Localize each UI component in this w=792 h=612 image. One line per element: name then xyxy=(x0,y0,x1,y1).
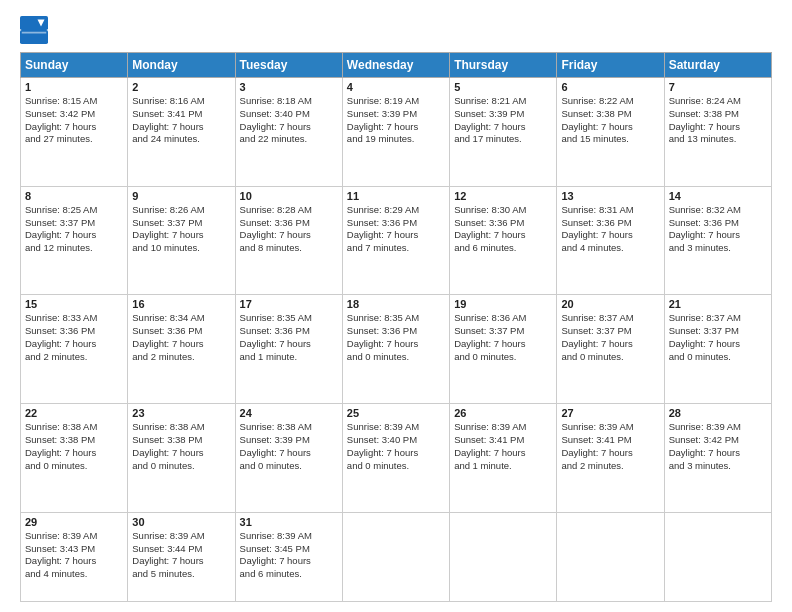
day-info: Sunrise: 8:38 AMSunset: 3:38 PMDaylight:… xyxy=(132,421,230,472)
day-number: 1 xyxy=(25,81,123,93)
header-saturday: Saturday xyxy=(664,53,771,78)
calendar-cell: 4Sunrise: 8:19 AMSunset: 3:39 PMDaylight… xyxy=(342,78,449,187)
day-info: Sunrise: 8:32 AMSunset: 3:36 PMDaylight:… xyxy=(669,204,767,255)
calendar-cell: 23Sunrise: 8:38 AMSunset: 3:38 PMDayligh… xyxy=(128,404,235,513)
day-number: 16 xyxy=(132,298,230,310)
day-info: Sunrise: 8:28 AMSunset: 3:36 PMDaylight:… xyxy=(240,204,338,255)
day-info: Sunrise: 8:39 AMSunset: 3:44 PMDaylight:… xyxy=(132,530,230,581)
day-info: Sunrise: 8:35 AMSunset: 3:36 PMDaylight:… xyxy=(347,312,445,363)
day-info: Sunrise: 8:18 AMSunset: 3:40 PMDaylight:… xyxy=(240,95,338,146)
day-number: 19 xyxy=(454,298,552,310)
calendar-cell: 13Sunrise: 8:31 AMSunset: 3:36 PMDayligh… xyxy=(557,186,664,295)
day-info: Sunrise: 8:38 AMSunset: 3:39 PMDaylight:… xyxy=(240,421,338,472)
day-number: 14 xyxy=(669,190,767,202)
day-info: Sunrise: 8:19 AMSunset: 3:39 PMDaylight:… xyxy=(347,95,445,146)
calendar-cell: 29Sunrise: 8:39 AMSunset: 3:43 PMDayligh… xyxy=(21,512,128,601)
day-info: Sunrise: 8:33 AMSunset: 3:36 PMDaylight:… xyxy=(25,312,123,363)
calendar-cell: 28Sunrise: 8:39 AMSunset: 3:42 PMDayligh… xyxy=(664,404,771,513)
day-info: Sunrise: 8:39 AMSunset: 3:45 PMDaylight:… xyxy=(240,530,338,581)
day-number: 8 xyxy=(25,190,123,202)
calendar-cell xyxy=(450,512,557,601)
day-info: Sunrise: 8:37 AMSunset: 3:37 PMDaylight:… xyxy=(669,312,767,363)
day-info: Sunrise: 8:36 AMSunset: 3:37 PMDaylight:… xyxy=(454,312,552,363)
day-number: 13 xyxy=(561,190,659,202)
day-number: 9 xyxy=(132,190,230,202)
day-info: Sunrise: 8:39 AMSunset: 3:41 PMDaylight:… xyxy=(454,421,552,472)
day-info: Sunrise: 8:37 AMSunset: 3:37 PMDaylight:… xyxy=(561,312,659,363)
header-wednesday: Wednesday xyxy=(342,53,449,78)
week-row-1: 1Sunrise: 8:15 AMSunset: 3:42 PMDaylight… xyxy=(21,78,772,187)
day-number: 15 xyxy=(25,298,123,310)
calendar-cell: 16Sunrise: 8:34 AMSunset: 3:36 PMDayligh… xyxy=(128,295,235,404)
day-info: Sunrise: 8:15 AMSunset: 3:42 PMDaylight:… xyxy=(25,95,123,146)
calendar-cell: 5Sunrise: 8:21 AMSunset: 3:39 PMDaylight… xyxy=(450,78,557,187)
day-number: 6 xyxy=(561,81,659,93)
header-tuesday: Tuesday xyxy=(235,53,342,78)
day-info: Sunrise: 8:39 AMSunset: 3:42 PMDaylight:… xyxy=(669,421,767,472)
calendar-cell: 25Sunrise: 8:39 AMSunset: 3:40 PMDayligh… xyxy=(342,404,449,513)
calendar-cell: 26Sunrise: 8:39 AMSunset: 3:41 PMDayligh… xyxy=(450,404,557,513)
day-number: 20 xyxy=(561,298,659,310)
header-thursday: Thursday xyxy=(450,53,557,78)
day-number: 29 xyxy=(25,516,123,528)
calendar-cell: 7Sunrise: 8:24 AMSunset: 3:38 PMDaylight… xyxy=(664,78,771,187)
calendar-cell: 8Sunrise: 8:25 AMSunset: 3:37 PMDaylight… xyxy=(21,186,128,295)
day-number: 27 xyxy=(561,407,659,419)
calendar-cell: 10Sunrise: 8:28 AMSunset: 3:36 PMDayligh… xyxy=(235,186,342,295)
day-number: 23 xyxy=(132,407,230,419)
day-info: Sunrise: 8:29 AMSunset: 3:36 PMDaylight:… xyxy=(347,204,445,255)
calendar-cell: 17Sunrise: 8:35 AMSunset: 3:36 PMDayligh… xyxy=(235,295,342,404)
header-sunday: Sunday xyxy=(21,53,128,78)
calendar-cell: 27Sunrise: 8:39 AMSunset: 3:41 PMDayligh… xyxy=(557,404,664,513)
svg-rect-0 xyxy=(20,16,48,30)
calendar-cell: 30Sunrise: 8:39 AMSunset: 3:44 PMDayligh… xyxy=(128,512,235,601)
day-number: 5 xyxy=(454,81,552,93)
day-number: 10 xyxy=(240,190,338,202)
calendar-table: SundayMondayTuesdayWednesdayThursdayFrid… xyxy=(20,52,772,602)
calendar-cell xyxy=(664,512,771,601)
top-section xyxy=(20,16,772,44)
day-info: Sunrise: 8:26 AMSunset: 3:37 PMDaylight:… xyxy=(132,204,230,255)
day-info: Sunrise: 8:22 AMSunset: 3:38 PMDaylight:… xyxy=(561,95,659,146)
calendar-cell: 21Sunrise: 8:37 AMSunset: 3:37 PMDayligh… xyxy=(664,295,771,404)
day-info: Sunrise: 8:16 AMSunset: 3:41 PMDaylight:… xyxy=(132,95,230,146)
calendar-cell: 2Sunrise: 8:16 AMSunset: 3:41 PMDaylight… xyxy=(128,78,235,187)
day-info: Sunrise: 8:39 AMSunset: 3:40 PMDaylight:… xyxy=(347,421,445,472)
calendar-cell: 18Sunrise: 8:35 AMSunset: 3:36 PMDayligh… xyxy=(342,295,449,404)
day-number: 7 xyxy=(669,81,767,93)
day-number: 26 xyxy=(454,407,552,419)
calendar-cell: 9Sunrise: 8:26 AMSunset: 3:37 PMDaylight… xyxy=(128,186,235,295)
calendar-cell xyxy=(557,512,664,601)
day-number: 2 xyxy=(132,81,230,93)
day-number: 25 xyxy=(347,407,445,419)
calendar-cell: 19Sunrise: 8:36 AMSunset: 3:37 PMDayligh… xyxy=(450,295,557,404)
day-info: Sunrise: 8:39 AMSunset: 3:43 PMDaylight:… xyxy=(25,530,123,581)
day-info: Sunrise: 8:31 AMSunset: 3:36 PMDaylight:… xyxy=(561,204,659,255)
calendar-cell: 22Sunrise: 8:38 AMSunset: 3:38 PMDayligh… xyxy=(21,404,128,513)
day-number: 3 xyxy=(240,81,338,93)
day-number: 31 xyxy=(240,516,338,528)
calendar-cell: 15Sunrise: 8:33 AMSunset: 3:36 PMDayligh… xyxy=(21,295,128,404)
day-number: 22 xyxy=(25,407,123,419)
calendar-cell: 14Sunrise: 8:32 AMSunset: 3:36 PMDayligh… xyxy=(664,186,771,295)
day-info: Sunrise: 8:24 AMSunset: 3:38 PMDaylight:… xyxy=(669,95,767,146)
week-row-5: 29Sunrise: 8:39 AMSunset: 3:43 PMDayligh… xyxy=(21,512,772,601)
day-info: Sunrise: 8:25 AMSunset: 3:37 PMDaylight:… xyxy=(25,204,123,255)
calendar-cell: 6Sunrise: 8:22 AMSunset: 3:38 PMDaylight… xyxy=(557,78,664,187)
day-number: 24 xyxy=(240,407,338,419)
day-info: Sunrise: 8:35 AMSunset: 3:36 PMDaylight:… xyxy=(240,312,338,363)
day-number: 4 xyxy=(347,81,445,93)
calendar-cell: 1Sunrise: 8:15 AMSunset: 3:42 PMDaylight… xyxy=(21,78,128,187)
day-info: Sunrise: 8:30 AMSunset: 3:36 PMDaylight:… xyxy=(454,204,552,255)
calendar-cell: 12Sunrise: 8:30 AMSunset: 3:36 PMDayligh… xyxy=(450,186,557,295)
day-number: 17 xyxy=(240,298,338,310)
calendar-cell xyxy=(342,512,449,601)
calendar-cell: 24Sunrise: 8:38 AMSunset: 3:39 PMDayligh… xyxy=(235,404,342,513)
day-number: 12 xyxy=(454,190,552,202)
week-row-2: 8Sunrise: 8:25 AMSunset: 3:37 PMDaylight… xyxy=(21,186,772,295)
calendar-body: 1Sunrise: 8:15 AMSunset: 3:42 PMDaylight… xyxy=(21,78,772,602)
day-number: 11 xyxy=(347,190,445,202)
day-number: 21 xyxy=(669,298,767,310)
calendar-cell: 31Sunrise: 8:39 AMSunset: 3:45 PMDayligh… xyxy=(235,512,342,601)
calendar-cell: 20Sunrise: 8:37 AMSunset: 3:37 PMDayligh… xyxy=(557,295,664,404)
